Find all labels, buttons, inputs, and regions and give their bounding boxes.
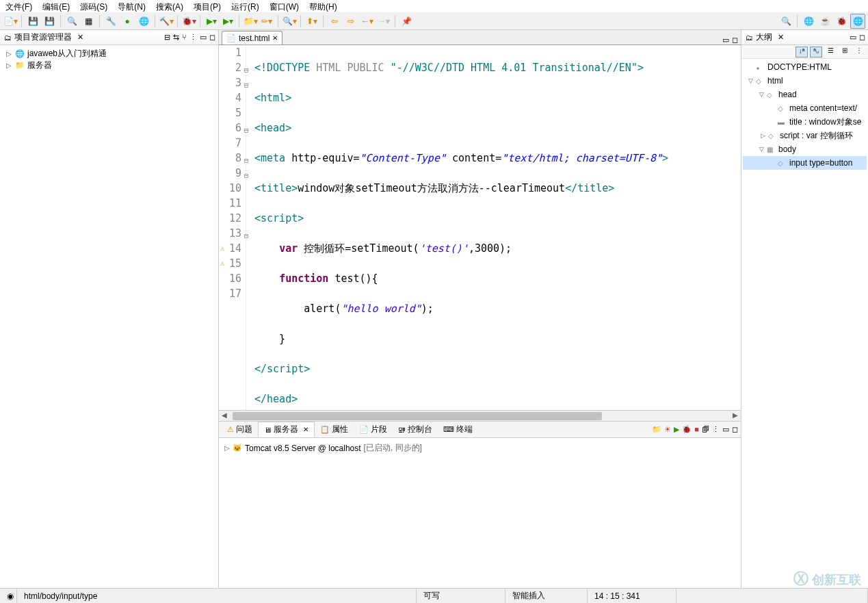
filter-icon[interactable]: ⑂ bbox=[182, 33, 187, 42]
outline-item[interactable]: ◇input type=button bbox=[743, 156, 867, 170]
expand-arrow-icon[interactable]: ▷ bbox=[5, 62, 12, 69]
wrench-button[interactable]: 🔧 bbox=[103, 14, 118, 29]
save-all-button[interactable]: 💾 bbox=[42, 14, 57, 29]
project-explorer-icon: 🗂 bbox=[4, 34, 12, 42]
expand-arrow-icon[interactable]: ▷ bbox=[5, 50, 12, 57]
zoom-button[interactable]: 🔍 bbox=[64, 14, 79, 29]
publish-icon[interactable]: 🗐 bbox=[702, 425, 709, 434]
tab-snippets[interactable]: 📄片段 bbox=[354, 422, 393, 437]
new-server-icon[interactable]: 📁 bbox=[652, 425, 661, 434]
hide-icon[interactable]: ☰ bbox=[824, 47, 837, 57]
run-ext-button[interactable]: ▶▾ bbox=[220, 14, 235, 29]
outline-item[interactable]: ▽◇head bbox=[743, 88, 867, 101]
menu-window[interactable]: 窗口(W) bbox=[269, 1, 299, 11]
stop-server-icon[interactable]: ☀ bbox=[664, 425, 671, 434]
forward-button[interactable]: →▾ bbox=[376, 14, 391, 29]
perspective-web-button[interactable]: 🌐 bbox=[850, 14, 865, 29]
menu-edit[interactable]: 编辑(E) bbox=[42, 1, 70, 11]
start-server-icon[interactable]: ▶ bbox=[674, 425, 679, 434]
minimize-icon[interactable]: ▭ bbox=[850, 33, 856, 42]
outline-item[interactable]: ▽◇html bbox=[743, 74, 867, 88]
outline-item[interactable]: ▷◇script : var 控制循环 bbox=[743, 129, 867, 142]
perspective-jee-button[interactable]: 🌐 bbox=[801, 14, 816, 29]
scroll-right-icon[interactable]: ▶ bbox=[733, 411, 738, 419]
perspective-debug-button[interactable]: 🐞 bbox=[834, 14, 849, 29]
tab-properties[interactable]: 📋属性 bbox=[315, 422, 354, 437]
menu-source[interactable]: 源码(S) bbox=[80, 1, 107, 11]
minimize-icon[interactable]: ▭ bbox=[200, 33, 207, 42]
more-icon[interactable]: ⋮ bbox=[853, 47, 865, 57]
nav-last-button[interactable]: ⇦ bbox=[327, 14, 342, 29]
project-explorer-title[interactable]: 项目资源管理器 bbox=[14, 31, 72, 43]
outline-tree: ⬥DOCTYPE:HTML ▽◇html ▽◇head ◇meta conten… bbox=[741, 59, 868, 588]
maximize-icon[interactable]: ◻ bbox=[209, 33, 215, 42]
menu-search[interactable]: 搜索(A) bbox=[156, 1, 183, 11]
minimize-icon[interactable]: ▭ bbox=[722, 36, 729, 44]
view-menu-icon[interactable]: ⋮ bbox=[712, 425, 720, 434]
sort-icon[interactable]: ↓ª bbox=[795, 47, 808, 57]
tree-item-project[interactable]: ▷ 🌐 javaweb从入门到精通 bbox=[3, 48, 215, 60]
outline-item[interactable]: ▬title : window对象se bbox=[743, 115, 867, 129]
perspective-java-button[interactable]: ☕ bbox=[817, 14, 832, 29]
close-icon[interactable]: ✕ bbox=[778, 33, 784, 42]
tab-console[interactable]: 🖳控制台 bbox=[393, 422, 438, 437]
menu-navigate[interactable]: 导航(N) bbox=[118, 1, 146, 11]
new-button[interactable]: 📄▾ bbox=[3, 14, 18, 29]
outline-item[interactable]: ▽▦body bbox=[743, 142, 867, 156]
tab-servers[interactable]: 🖥服务器✕ bbox=[258, 422, 315, 437]
debug-button[interactable]: 🐞▾ bbox=[181, 14, 196, 29]
save-button[interactable]: 💾 bbox=[25, 14, 40, 29]
outline-item[interactable]: ◇meta content=text/ bbox=[743, 101, 867, 115]
scroll-left-icon[interactable]: ◀ bbox=[222, 411, 227, 419]
close-icon[interactable]: ✕ bbox=[303, 426, 308, 433]
build-button[interactable]: 🔨▾ bbox=[159, 14, 174, 29]
tree-item-servers[interactable]: ▷ 📁 服务器 bbox=[3, 60, 215, 71]
search-ext-button[interactable]: 🔍▾ bbox=[282, 14, 297, 29]
view-menu-icon[interactable]: ⋮ bbox=[189, 33, 197, 42]
scrollbar-thumb[interactable] bbox=[233, 412, 602, 420]
run-button[interactable]: ▶▾ bbox=[204, 14, 219, 29]
new-class-button[interactable]: 📁▾ bbox=[243, 14, 258, 29]
menu-run[interactable]: 运行(R) bbox=[231, 1, 259, 11]
horizontal-scrollbar[interactable]: ◀ ▶ bbox=[219, 410, 741, 421]
editor-tab[interactable]: 📄 test.html ✕ bbox=[222, 31, 282, 44]
nav-next-button[interactable]: ⇨ bbox=[343, 14, 358, 29]
menu-file[interactable]: 文件(F) bbox=[5, 1, 32, 11]
code-content[interactable]: <!DOCTYPE HTML PUBLIC "-//W3C//DTD HTML … bbox=[246, 45, 741, 410]
menu-project[interactable]: 项目(P) bbox=[194, 1, 221, 11]
quick-access-button[interactable]: 🔍 bbox=[778, 14, 793, 29]
server-status: [已启动, 同步的] bbox=[364, 442, 422, 454]
maximize-icon[interactable]: ◻ bbox=[732, 36, 738, 44]
sort-az-icon[interactable]: ªᵤ bbox=[810, 47, 822, 57]
code-editor[interactable]: 1 2⊟ 3⊟ 4 5 6⊟ 7 8⊟ 9⊟ 10 11 12 13⊟ ⚠14 … bbox=[219, 45, 741, 410]
nav-up-button[interactable]: ⬆▾ bbox=[304, 14, 319, 29]
outline-icon: 🗂 bbox=[746, 34, 753, 42]
close-icon[interactable]: ✕ bbox=[272, 34, 278, 42]
status-light-icon[interactable]: ◉ bbox=[0, 589, 17, 603]
server-button[interactable]: ● bbox=[120, 14, 135, 29]
globe-button[interactable]: 🌐 bbox=[136, 14, 151, 29]
back-button[interactable]: ←▾ bbox=[360, 14, 375, 29]
separator bbox=[21, 15, 22, 27]
menu-help[interactable]: 帮助(H) bbox=[309, 1, 337, 11]
tab-terminal[interactable]: ⌨终端 bbox=[438, 422, 478, 437]
toggle-button[interactable]: ▦ bbox=[81, 14, 96, 29]
server-item[interactable]: ▷ 🐱 Tomcat v8.5 Server @ localhost [已启动,… bbox=[222, 441, 738, 455]
link-editor-icon[interactable]: ⇆ bbox=[173, 33, 179, 42]
stop-icon[interactable]: ■ bbox=[694, 425, 699, 434]
maximize-icon[interactable]: ◻ bbox=[859, 33, 865, 42]
menubar: 文件(F) 编辑(E) 源码(S) 导航(N) 搜索(A) 项目(P) 运行(R… bbox=[0, 0, 868, 12]
hide2-icon[interactable]: ⊞ bbox=[839, 47, 851, 57]
outline-item[interactable]: ⬥DOCTYPE:HTML bbox=[743, 60, 867, 74]
pin-button[interactable]: 📌 bbox=[399, 14, 414, 29]
collapse-all-icon[interactable]: ⊟ bbox=[164, 33, 170, 42]
wand-button[interactable]: ✏▾ bbox=[259, 14, 274, 29]
expand-arrow-icon[interactable]: ▷ bbox=[224, 444, 230, 452]
minimize-icon[interactable]: ▭ bbox=[722, 425, 729, 434]
maximize-icon[interactable]: ◻ bbox=[732, 425, 738, 434]
close-icon[interactable]: ✕ bbox=[77, 33, 83, 42]
debug-server-icon[interactable]: 🐞 bbox=[682, 425, 692, 434]
tab-problems[interactable]: ⚠问题 bbox=[222, 422, 258, 437]
outline-title[interactable]: 大纲 bbox=[756, 31, 772, 43]
bottom-panel: ⚠问题 🖥服务器✕ 📋属性 📄片段 🖳控制台 ⌨终端 📁 ☀ ▶ 🐞 ■ 🗐 ⋮… bbox=[219, 421, 741, 588]
